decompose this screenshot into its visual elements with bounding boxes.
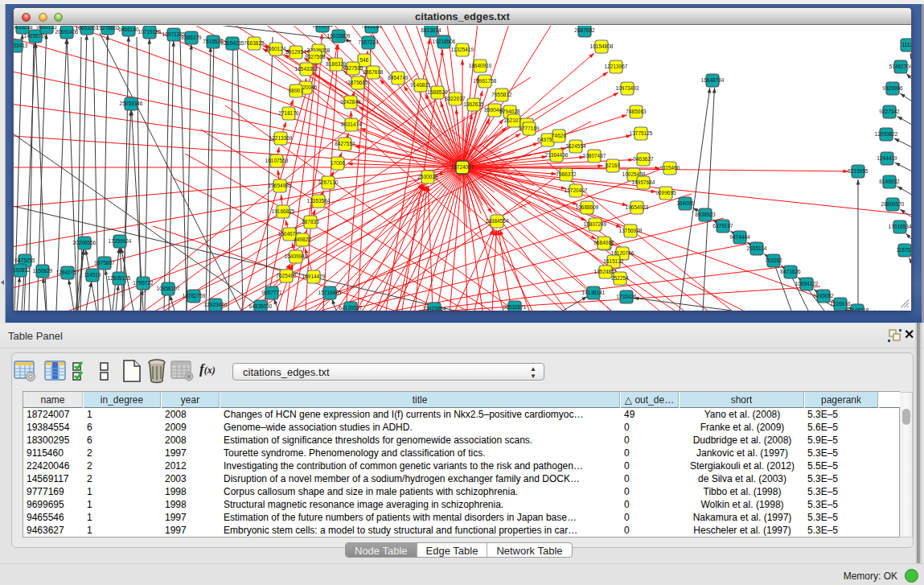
svg-text:9975867: 9975867 [94, 260, 115, 266]
svg-text:10807487: 10807487 [583, 153, 606, 159]
svg-text:1226916: 1226916 [830, 301, 851, 307]
svg-text:93103413: 93103413 [14, 43, 28, 48]
svg-text:21364436: 21364436 [545, 152, 569, 158]
svg-text:7955812: 7955812 [491, 92, 512, 97]
svg-text:9777169: 9777169 [519, 126, 540, 131]
svg-text:18807249: 18807249 [584, 221, 607, 227]
svg-text:19384554: 19384554 [486, 218, 509, 224]
svg-text:13353584: 13353584 [307, 198, 331, 204]
svg-text:19654985: 19654985 [269, 183, 292, 188]
svg-text:1362635: 1362635 [463, 101, 484, 107]
svg-text:8386379: 8386379 [181, 35, 202, 40]
svg-text:13756928: 13756928 [619, 228, 643, 233]
svg-text:8215955: 8215955 [848, 168, 869, 174]
svg-text:0433218: 0433218 [14, 26, 33, 30]
svg-text:02654235: 02654235 [221, 40, 244, 46]
svg-text:96532871: 96532871 [503, 304, 527, 310]
svg-text:18640910: 18640910 [469, 63, 492, 68]
svg-text:18724007: 18724007 [451, 164, 474, 170]
svg-text:10719185: 10719185 [138, 29, 162, 35]
svg-text:10958107: 10958107 [157, 286, 180, 291]
svg-text:11325419: 11325419 [451, 47, 474, 52]
svg-text:2687682: 2687682 [574, 27, 595, 33]
svg-text:12505135: 12505135 [108, 275, 131, 281]
svg-text:546: 546 [360, 57, 369, 63]
svg-text:16782759: 16782759 [183, 293, 206, 299]
svg-text:15276602: 15276602 [97, 26, 120, 31]
svg-text:16648784: 16648784 [701, 77, 725, 83]
svg-text:16409948: 16409948 [285, 253, 308, 259]
svg-text:12213369: 12213369 [269, 135, 293, 141]
svg-text:6475255: 6475255 [14, 257, 35, 263]
svg-text:587833: 587833 [302, 219, 319, 225]
svg-text:6379197: 6379197 [713, 223, 733, 229]
svg-text:10653267: 10653267 [76, 26, 99, 31]
svg-text:1244419: 1244419 [877, 155, 897, 161]
svg-text:3267130: 3267130 [318, 179, 339, 185]
svg-text:74626: 74626 [552, 133, 566, 138]
svg-text:10688609: 10688609 [576, 204, 599, 210]
svg-text:8660124: 8660124 [265, 46, 286, 51]
svg-text:62160: 62160 [606, 163, 620, 168]
svg-text:12923446: 12923446 [204, 302, 228, 307]
svg-text:25053346: 25053346 [120, 101, 143, 106]
svg-text:19166825: 19166825 [272, 208, 295, 214]
svg-text:3624554: 3624554 [565, 143, 586, 149]
svg-text:15716485: 15716485 [318, 290, 342, 295]
svg-text:12093822: 12093822 [875, 131, 898, 137]
svg-text:2718176: 2718176 [278, 110, 299, 116]
svg-text:6466160: 6466160 [118, 27, 139, 32]
svg-text:12213967: 12213967 [605, 64, 628, 69]
svg-text:9684067: 9684067 [593, 240, 614, 245]
svg-text:17006: 17006 [331, 160, 345, 166]
svg-text:9699695: 9699695 [655, 190, 676, 196]
svg-text:1156829: 1156829 [33, 268, 53, 274]
svg-text:9327505: 9327505 [305, 54, 326, 60]
svg-text:17359924: 17359924 [109, 238, 132, 244]
svg-text:9242848: 9242848 [340, 99, 361, 105]
svg-text:8427552: 8427552 [335, 141, 355, 146]
svg-text:1733426: 1733426 [616, 294, 637, 299]
svg-text:114519: 114519 [84, 272, 101, 278]
svg-text:7986372: 7986372 [556, 171, 577, 177]
svg-text:1588520: 1588520 [427, 89, 448, 95]
svg-text:17016534: 17016534 [889, 224, 911, 229]
svg-text:16961758: 16961758 [474, 78, 497, 84]
svg-text:7663822: 7663822 [244, 40, 265, 46]
svg-text:16914479: 16914479 [302, 274, 326, 279]
svg-text:9227342: 9227342 [879, 109, 900, 114]
svg-text:72423884: 72423884 [423, 306, 446, 311]
svg-text:16033809: 16033809 [327, 33, 351, 39]
svg-text:14957684: 14957684 [632, 179, 655, 185]
svg-text:8912954: 8912954 [285, 49, 306, 55]
svg-text:164095: 164095 [676, 200, 694, 206]
svg-text:8031474: 8031474 [341, 122, 362, 127]
svg-text:16543362: 16543362 [295, 66, 318, 72]
svg-text:9327505: 9327505 [343, 65, 363, 71]
svg-text:16154808: 16154808 [590, 43, 614, 49]
svg-text:763262: 763262 [765, 257, 782, 263]
svg-text:10973493: 10973493 [616, 85, 639, 91]
svg-text:7485063: 7485063 [626, 109, 647, 114]
svg-text:252254: 252254 [611, 275, 629, 281]
svg-text:10654122: 10654122 [795, 281, 819, 286]
svg-text:4192832: 4192832 [14, 267, 31, 273]
svg-text:2935114: 2935114 [747, 245, 767, 251]
svg-text:8454749: 8454749 [388, 75, 409, 80]
svg-text:9245052: 9245052 [813, 293, 834, 299]
svg-text:51462704: 51462704 [889, 64, 911, 69]
svg-text:14136141: 14136141 [582, 290, 606, 295]
svg-text:19218506: 19218506 [433, 39, 456, 44]
svg-text:7357224: 7357224 [358, 39, 379, 45]
svg-text:16107553: 16107553 [265, 158, 289, 163]
svg-text:1615132: 1615132 [603, 258, 624, 264]
svg-text:3875685: 3875685 [347, 80, 368, 85]
svg-text:9329966: 9329966 [882, 85, 903, 91]
svg-text:97848018: 97848018 [846, 307, 869, 311]
svg-text:6794028: 6794028 [499, 109, 520, 114]
svg-text:1795722: 1795722 [133, 280, 154, 286]
svg-text:98901: 98901 [289, 88, 303, 93]
svg-text:9474444: 9474444 [729, 234, 750, 240]
svg-text:116753: 116753 [896, 247, 911, 253]
svg-text:64139537: 64139537 [339, 305, 363, 311]
